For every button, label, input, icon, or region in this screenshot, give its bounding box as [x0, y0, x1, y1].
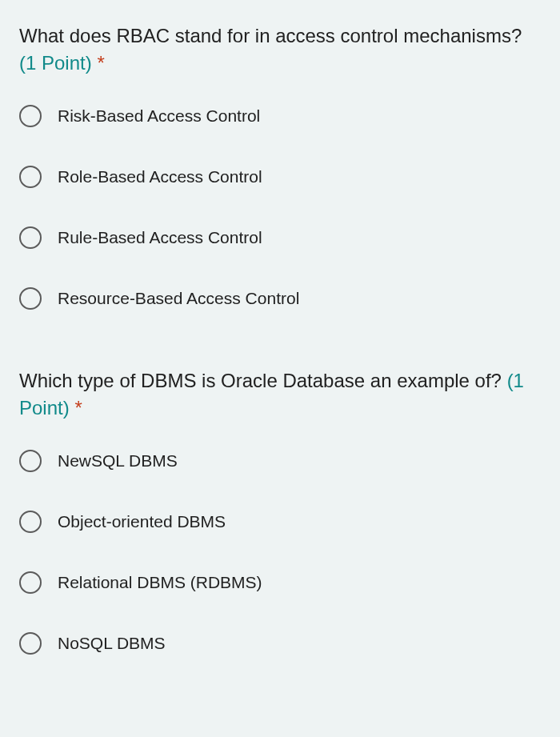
option-label: Relational DBMS (RDBMS) [58, 573, 262, 592]
required-asterisk: * [97, 52, 104, 74]
question-prompt: Which type of DBMS is Oracle Database an… [19, 367, 541, 421]
radio-option[interactable]: Rule-Based Access Control [19, 226, 541, 249]
radio-icon [19, 511, 42, 533]
radio-icon [19, 571, 42, 594]
option-label: Role-Based Access Control [58, 167, 262, 186]
question-text: Which type of DBMS is Oracle Database an… [19, 370, 502, 391]
radio-option[interactable]: NoSQL DBMS [19, 632, 541, 655]
option-label: Resource-Based Access Control [58, 289, 299, 308]
radio-icon [19, 105, 42, 127]
option-label: Rule-Based Access Control [58, 228, 262, 247]
option-label: NoSQL DBMS [58, 634, 166, 653]
option-label: NewSQL DBMS [58, 451, 178, 471]
radio-icon [19, 226, 42, 249]
radio-option[interactable]: NewSQL DBMS [19, 450, 541, 472]
radio-icon [19, 632, 42, 655]
radio-option[interactable]: Role-Based Access Control [19, 166, 541, 188]
option-label: Object-oriented DBMS [58, 512, 226, 531]
options-list: NewSQL DBMS Object-oriented DBMS Relatio… [19, 450, 541, 655]
points-label: (1 Point) [19, 52, 92, 74]
option-label: Risk-Based Access Control [58, 106, 260, 126]
question-text: What does RBAC stand for in access contr… [19, 25, 522, 46]
radio-option[interactable]: Object-oriented DBMS [19, 511, 541, 533]
options-list: Risk-Based Access Control Role-Based Acc… [19, 105, 541, 310]
radio-option[interactable]: Risk-Based Access Control [19, 105, 541, 127]
radio-option[interactable]: Relational DBMS (RDBMS) [19, 571, 541, 594]
radio-option[interactable]: Resource-Based Access Control [19, 287, 541, 310]
radio-icon [19, 287, 42, 310]
question-prompt: What does RBAC stand for in access contr… [19, 22, 541, 76]
radio-icon [19, 166, 42, 188]
question-block-1: What does RBAC stand for in access contr… [19, 22, 541, 310]
radio-icon [19, 450, 42, 472]
required-asterisk: * [74, 397, 82, 419]
question-block-2: Which type of DBMS is Oracle Database an… [19, 367, 541, 655]
